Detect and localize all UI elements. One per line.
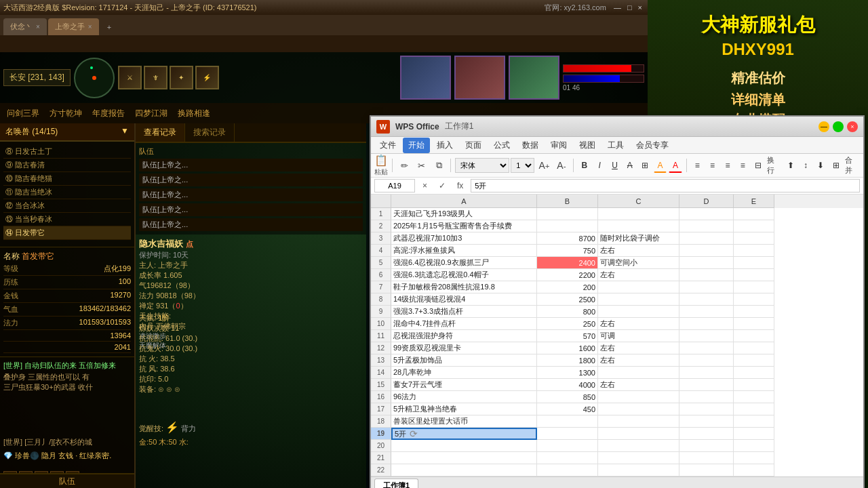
menu-member[interactable]: 会员专享: [631, 138, 674, 153]
char-entry-9[interactable]: ⑨ 隐古春清: [3, 159, 131, 172]
cell-d9[interactable]: [679, 306, 734, 318]
cell-c3[interactable]: 随时对比袋子调价: [598, 232, 679, 245]
nav-annual[interactable]: 年度报告: [92, 108, 125, 119]
combine-btn[interactable]: 合并: [844, 157, 860, 174]
cell-b16[interactable]: 850: [537, 391, 598, 403]
copy-btn[interactable]: ⧉: [431, 157, 447, 174]
cell-e19[interactable]: [734, 428, 774, 440]
cell-d3[interactable]: [679, 232, 734, 245]
cell-e6[interactable]: [734, 269, 774, 281]
format-brush-btn[interactable]: ✏: [397, 157, 412, 174]
skill-icon-4[interactable]: ⚡: [195, 66, 219, 89]
tab-shangdishou[interactable]: 上帝之手 ×: [48, 18, 99, 35]
cell-a20[interactable]: [391, 440, 537, 452]
cell-b10[interactable]: 250: [537, 318, 598, 330]
cell-e16[interactable]: [734, 391, 774, 403]
cell-c9[interactable]: [598, 306, 679, 318]
menu-formula[interactable]: 公式: [488, 138, 515, 153]
char-entry-12[interactable]: ⑫ 当合冰冰: [3, 199, 131, 213]
cell-b20[interactable]: [537, 440, 598, 452]
cell-d22[interactable]: [679, 464, 734, 476]
cell-c12[interactable]: 左右: [598, 342, 679, 354]
cell-c16[interactable]: [598, 391, 679, 403]
tab-add-btn[interactable]: +: [100, 18, 118, 35]
cell-a7[interactable]: 鞋子加敏根骨208属性抗混19.8: [391, 281, 537, 293]
cell-a10[interactable]: 混命中4.7挂件点杆: [391, 318, 537, 330]
cell-e5[interactable]: [734, 257, 774, 269]
cell-d17[interactable]: [679, 403, 734, 415]
cell-d4[interactable]: [679, 245, 734, 257]
cell-e12[interactable]: [734, 342, 774, 354]
cell-b3[interactable]: 8700: [537, 232, 598, 245]
cell-d5[interactable]: [679, 257, 734, 269]
cell-c6[interactable]: 左右: [598, 269, 679, 281]
cell-c10[interactable]: 左右: [598, 318, 679, 330]
skill-icon-2[interactable]: 🗡: [144, 66, 167, 89]
cell-a5[interactable]: 强混6.4忍视混0.9衣服抓三尸: [391, 257, 537, 269]
cell-d19[interactable]: [679, 428, 734, 440]
cell-e8[interactable]: [734, 293, 774, 306]
cell-a17[interactable]: 5升精卫鬼神当绝春: [391, 403, 537, 415]
sheet-grid[interactable]: 天涯知己飞升193级男人 2025年1月15号瓶宝圈寄售合手续费 武器忍视混7加…: [391, 208, 863, 476]
cell-e22[interactable]: [734, 464, 774, 476]
cell-e7[interactable]: [734, 281, 774, 293]
char-entry-14[interactable]: ⑭ 日发带它: [3, 226, 131, 240]
cell-b17[interactable]: 450: [537, 403, 598, 415]
cell-a15[interactable]: 蓄女7开云气堙: [391, 379, 537, 391]
expand-icon[interactable]: ▼: [121, 126, 129, 138]
cell-a3[interactable]: 武器忍视混7加10加3: [391, 232, 537, 245]
nav-simeng[interactable]: 四梦江湖: [135, 108, 167, 119]
cell-e9[interactable]: [734, 306, 774, 318]
cell-b11[interactable]: 570: [537, 330, 598, 342]
menu-insert[interactable]: 插入: [431, 138, 458, 153]
underline-btn[interactable]: U: [608, 158, 621, 173]
align-right-btn[interactable]: ≡: [721, 158, 734, 173]
col-header-b[interactable]: B: [537, 195, 598, 208]
menu-review[interactable]: 审阅: [545, 138, 572, 153]
align-top-btn[interactable]: ⬆: [784, 158, 797, 173]
cell-b15[interactable]: 4000: [537, 379, 598, 391]
tab-view-record[interactable]: 查看记录: [136, 123, 185, 142]
char-entry-10[interactable]: ⑩ 隐吉春绝猫: [3, 172, 131, 186]
cell-e1[interactable]: [734, 208, 774, 220]
align-left-btn[interactable]: ≡: [690, 158, 703, 173]
font-decrease-btn[interactable]: A-: [554, 157, 570, 174]
cell-d7[interactable]: [679, 281, 734, 293]
cell-d2[interactable]: [679, 220, 734, 232]
cell-a2[interactable]: 2025年1月15号瓶宝圈寄售合手续费: [391, 220, 537, 232]
cell-a11[interactable]: 忍视混强混护身符: [391, 330, 537, 342]
cell-d16[interactable]: [679, 391, 734, 403]
cell-b4[interactable]: 750: [537, 245, 598, 257]
cell-b18[interactable]: [537, 415, 598, 428]
cell-e4[interactable]: [734, 245, 774, 257]
tab-close-icon[interactable]: ×: [88, 23, 92, 30]
cell-a4[interactable]: 高泥:浮水摧鱼拔风: [391, 245, 537, 257]
skill-icon-1[interactable]: ⚔: [118, 66, 142, 89]
italic-btn[interactable]: I: [593, 158, 606, 173]
cell-c18[interactable]: [598, 415, 679, 428]
minimap[interactable]: [74, 58, 115, 98]
col-header-c[interactable]: C: [598, 195, 679, 208]
cell-a19[interactable]: 5开 ⟳: [391, 428, 537, 440]
cell-d13[interactable]: [679, 354, 734, 367]
cell-b13[interactable]: 1800: [537, 354, 598, 367]
tab-close-icon[interactable]: ×: [36, 23, 40, 30]
cell-e18[interactable]: [734, 415, 774, 428]
cell-b22[interactable]: [537, 464, 598, 476]
cell-c14[interactable]: [598, 367, 679, 379]
cell-c19[interactable]: [598, 428, 679, 440]
merge-btn[interactable]: ⊟: [751, 158, 764, 173]
close-game-btn[interactable]: ×: [636, 3, 644, 12]
cell-b1[interactable]: [537, 208, 598, 220]
cell-c17[interactable]: [598, 403, 679, 415]
cell-a18[interactable]: 兽装区里处理置大话币: [391, 415, 537, 428]
formula-confirm-btn[interactable]: ✓: [435, 180, 450, 192]
cell-e3[interactable]: [734, 232, 774, 245]
cell-a6[interactable]: 强混6.3抗遗忘忍视混0.4帽子: [391, 269, 537, 281]
strikethrough-btn[interactable]: A: [623, 158, 636, 173]
wps-maximize-btn[interactable]: [833, 121, 844, 132]
menu-data[interactable]: 数据: [517, 138, 544, 153]
cell-d6[interactable]: [679, 269, 734, 281]
sheet-tab-1[interactable]: 工作簿1: [374, 479, 418, 488]
cut-btn[interactable]: ✂: [414, 157, 429, 174]
